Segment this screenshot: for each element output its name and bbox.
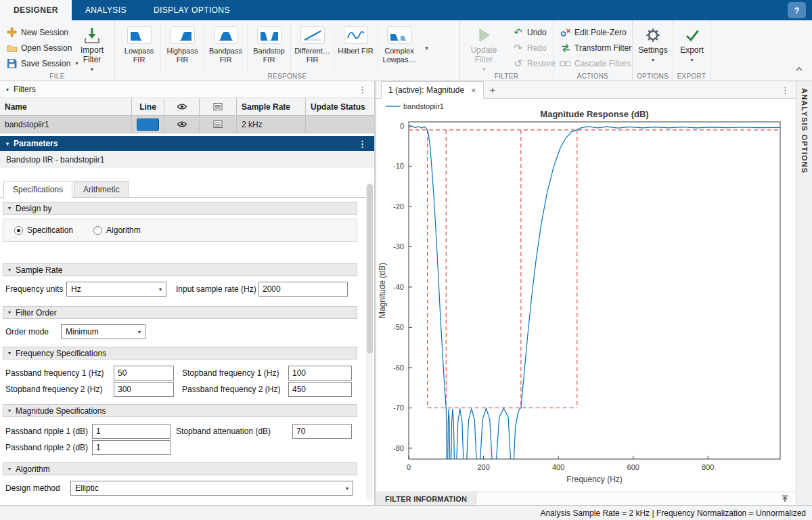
collapse-triangle-icon: ▾ bbox=[8, 466, 11, 472]
response-hilbert-fir-button[interactable]: Hilbert FIR bbox=[334, 24, 378, 72]
tab-arithmetic[interactable]: Arithmetic bbox=[74, 181, 129, 197]
parameters-panel-header[interactable]: ▾ Parameters ⋮ bbox=[0, 136, 374, 151]
column-line: Line bbox=[132, 98, 164, 116]
input-sample-rate-field[interactable] bbox=[258, 282, 348, 297]
redo-icon: ↷ bbox=[512, 43, 524, 53]
line-color-swatch[interactable] bbox=[137, 118, 159, 131]
response-cell bbox=[200, 116, 237, 133]
magnitude-response-plot: 02004006008000-10-20-30-40-50-60-70-80Ma… bbox=[376, 99, 796, 492]
svg-text:-30: -30 bbox=[393, 242, 404, 251]
highpass-fir-icon bbox=[171, 26, 195, 44]
collapse-triangle-icon: ▾ bbox=[6, 141, 9, 147]
restore-label: Restore bbox=[527, 59, 556, 68]
undo-icon: ↶ bbox=[512, 27, 524, 37]
filter-table-row[interactable]: bandstopiir1 2 kHz bbox=[0, 116, 374, 133]
algorithm-section-header[interactable]: ▾ Algorithm bbox=[3, 462, 357, 475]
edit-pole-zero-label: Edit Pole-Zero bbox=[574, 28, 627, 37]
edit-pole-zero-button[interactable]: Edit Pole-Zero bbox=[558, 25, 633, 39]
stopband-attenuation-field[interactable] bbox=[292, 424, 352, 439]
svg-text:-50: -50 bbox=[393, 323, 404, 331]
redo-button[interactable]: ↷ Redo bbox=[510, 41, 558, 55]
response-complex-lowpass-button[interactable]: Complex Lowpas… bbox=[378, 24, 421, 72]
passband-frequency-1-label: Passband frequency 1 (Hz) bbox=[5, 368, 114, 378]
radio-algorithm[interactable]: Algorithm bbox=[93, 225, 141, 235]
tab-specifications[interactable]: Specifications bbox=[3, 181, 72, 198]
undo-button[interactable]: ↶ Undo bbox=[510, 25, 558, 39]
response-highpass-fir-button[interactable]: Highpass FIR bbox=[161, 24, 204, 72]
sample-rate-section-header[interactable]: ▾ Sample Rate bbox=[3, 263, 357, 276]
filter-designer-window: DESIGNER ANALYSIS DISPLAY OPTIONS ? New … bbox=[0, 0, 812, 520]
export-label: Export bbox=[680, 45, 704, 55]
magnitude-specifications-section-header[interactable]: ▾ Magnitude Specifications bbox=[3, 404, 357, 417]
transform-filter-icon bbox=[560, 43, 571, 53]
response-lowpass-fir-button[interactable]: Lowpass FIR bbox=[118, 24, 161, 72]
new-session-button[interactable]: New Session bbox=[4, 25, 80, 39]
gallery-item-label: Complex bbox=[384, 47, 413, 56]
frequency-units-select[interactable]: Hz ▾ bbox=[66, 282, 166, 297]
passband-frequency-1-field[interactable] bbox=[114, 366, 174, 381]
expand-up-icon bbox=[781, 495, 789, 502]
ribbon-collapse-button[interactable] bbox=[796, 62, 803, 74]
chevron-down-icon: ▾ bbox=[425, 45, 428, 51]
update-filter-button[interactable]: Update Filter ▾ bbox=[464, 24, 503, 74]
ribbon-section-options: Settings ▾ OPTIONS bbox=[633, 20, 673, 81]
radio-button-icon bbox=[14, 226, 23, 235]
radio-specification[interactable]: Specification bbox=[14, 225, 73, 235]
parameters-subtitle: Bandstop IIR - bandstopiir1 bbox=[0, 151, 374, 168]
stopband-frequency-1-field[interactable] bbox=[288, 366, 352, 381]
parameters-kebab-icon[interactable]: ⋮ bbox=[357, 139, 368, 149]
collapse-triangle-icon: ▾ bbox=[8, 408, 11, 414]
open-session-button[interactable]: Open Session bbox=[4, 41, 80, 55]
design-method-select[interactable]: Elliptic ▾ bbox=[70, 481, 353, 496]
svg-text:400: 400 bbox=[552, 463, 564, 471]
transform-filter-button[interactable]: Transform Filter bbox=[558, 41, 633, 55]
restore-button[interactable]: ↺ Restore bbox=[510, 56, 558, 70]
settings-label: Settings bbox=[638, 45, 667, 55]
analysis-panel: 1 (active): Magnitude × + ⋮ 020040060080… bbox=[376, 81, 796, 505]
tab-magnitude[interactable]: 1 (active): Magnitude × bbox=[381, 81, 484, 99]
tab-analysis[interactable]: ANALYSIS bbox=[72, 0, 140, 20]
order-mode-select[interactable]: Minimum ▾ bbox=[61, 324, 145, 339]
cascade-filters-button[interactable]: Cascade Filters bbox=[558, 56, 633, 70]
eye-icon[interactable] bbox=[177, 120, 187, 129]
response-bandstop-fir-button[interactable]: Bandstop FIR bbox=[248, 24, 291, 72]
passband-ripple-1-field[interactable] bbox=[92, 424, 171, 439]
filter-information-expand-button[interactable] bbox=[781, 492, 796, 505]
add-analysis-tab-button[interactable]: + bbox=[484, 82, 501, 98]
svg-text:800: 800 bbox=[702, 463, 714, 471]
ribbon-section-file: New Session Open Session Save Session ▾ … bbox=[0, 20, 115, 81]
design-by-section-header[interactable]: ▾ Design by bbox=[3, 202, 357, 215]
scrollbar-thumb[interactable] bbox=[367, 184, 373, 353]
gallery-item-label: FIR bbox=[263, 56, 275, 64]
close-icon[interactable]: × bbox=[471, 85, 476, 95]
passband-frequency-2-field[interactable] bbox=[288, 382, 352, 397]
chevron-down-icon: ▾ bbox=[652, 56, 654, 65]
frequency-specifications-section-header[interactable]: ▾ Frequency Specifications bbox=[3, 347, 357, 360]
filter-information-button[interactable]: FILTER INFORMATION bbox=[376, 492, 476, 505]
export-button[interactable]: Export ▾ bbox=[674, 24, 710, 65]
help-button[interactable]: ? bbox=[788, 2, 806, 18]
parameters-scrollbar[interactable] bbox=[366, 183, 374, 500]
response-differentiator-fir-button[interactable]: Different… FIR bbox=[291, 24, 334, 72]
tab-designer[interactable]: DESIGNER bbox=[0, 0, 72, 20]
svg-text:bandstopiir1: bandstopiir1 bbox=[403, 102, 444, 110]
status-text: Analysis Sample Rate = 2 kHz | Frequency… bbox=[540, 508, 806, 518]
response-gallery-expand-button[interactable]: ▾ bbox=[421, 24, 432, 72]
stopband-frequency-2-field[interactable] bbox=[114, 382, 174, 397]
list-icon[interactable] bbox=[213, 120, 223, 129]
import-filter-button[interactable]: Import Filter ▾ bbox=[72, 24, 112, 74]
settings-button[interactable]: Settings ▾ bbox=[634, 24, 672, 65]
filter-order-section-header[interactable]: ▾ Filter Order bbox=[3, 306, 357, 319]
analysis-options-strip[interactable]: ANALYSIS OPTIONS bbox=[796, 81, 812, 505]
filters-kebab-icon[interactable]: ⋮ bbox=[357, 85, 368, 95]
input-sample-rate-label: Input sample rate (Hz) bbox=[176, 284, 258, 294]
save-session-button[interactable]: Save Session ▾ bbox=[4, 56, 80, 70]
differentiator-fir-icon bbox=[300, 26, 325, 44]
plot-kebab-icon[interactable]: ⋮ bbox=[781, 85, 796, 98]
filters-panel-header[interactable]: ▾ Filters ⋮ bbox=[0, 81, 374, 98]
section-title: Filter Order bbox=[16, 308, 57, 318]
response-bandpass-fir-button[interactable]: Bandpass FIR bbox=[204, 24, 248, 72]
gallery-item-label: FIR bbox=[177, 56, 189, 64]
passband-ripple-2-field[interactable] bbox=[92, 440, 171, 455]
tab-display-options[interactable]: DISPLAY OPTIONS bbox=[140, 0, 244, 20]
